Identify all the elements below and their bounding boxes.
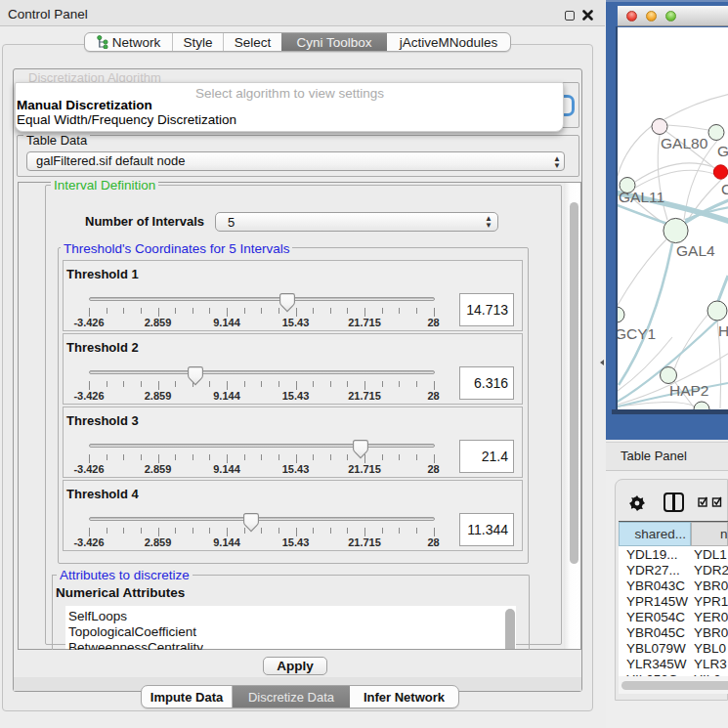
svg-text:GCY1: GCY1	[618, 325, 656, 342]
svg-text:GAL11: GAL11	[619, 189, 664, 205]
svg-text:GAL4: GAL4	[676, 242, 715, 259]
svg-text:GAL80: GAL80	[661, 135, 708, 151]
svg-text:HAP2: HAP2	[669, 382, 709, 399]
svg-text:GAL2: GAL2	[717, 143, 728, 159]
svg-text:HX: HX	[718, 322, 728, 339]
svg-text:CR: CR	[721, 181, 728, 197]
